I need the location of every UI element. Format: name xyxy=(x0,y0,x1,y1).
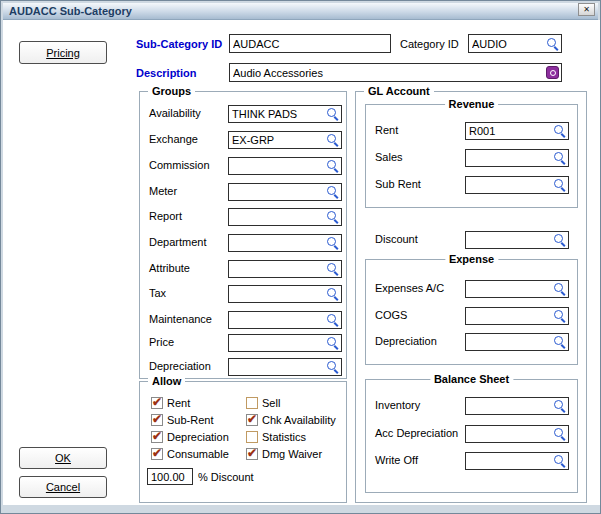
attribute-field xyxy=(228,260,342,278)
description-action-icon[interactable] xyxy=(546,66,559,79)
cogs-label: COGS xyxy=(375,309,407,322)
availability-field xyxy=(228,105,342,123)
report-label: Report xyxy=(149,210,182,223)
availability-label: Availability xyxy=(149,107,201,120)
category-id-field xyxy=(468,34,562,53)
balance-sheet-legend: Balance Sheet xyxy=(430,373,513,385)
search-icon[interactable] xyxy=(554,152,566,164)
gl-sales-field xyxy=(465,149,569,167)
search-icon[interactable] xyxy=(327,337,339,349)
price-field xyxy=(228,334,342,352)
attribute-input[interactable] xyxy=(228,260,342,278)
sub-rent-checkbox[interactable] xyxy=(151,414,163,426)
search-icon[interactable] xyxy=(327,160,339,172)
meter-field xyxy=(228,183,342,201)
search-icon[interactable] xyxy=(327,186,339,198)
tax-label: Tax xyxy=(149,287,166,300)
cancel-button[interactable]: Cancel xyxy=(19,476,107,498)
exchange-input[interactable] xyxy=(228,131,342,149)
search-icon[interactable] xyxy=(327,134,339,146)
write-off-field xyxy=(465,452,569,470)
tax-input[interactable] xyxy=(228,285,342,303)
meter-input[interactable] xyxy=(228,183,342,201)
consumable-checkbox[interactable] xyxy=(151,448,163,460)
depreciation-group-field xyxy=(228,358,342,376)
depreciation-group-label: Depreciation xyxy=(149,360,211,373)
search-icon[interactable] xyxy=(327,361,339,373)
price-input[interactable] xyxy=(228,334,342,352)
availability-input[interactable] xyxy=(228,105,342,123)
discount-percent-label: % Discount xyxy=(198,471,254,484)
gl-sub-rent-label: Sub Rent xyxy=(375,178,421,191)
expenses-ac-field xyxy=(465,280,569,298)
expense-legend: Expense xyxy=(445,253,498,265)
gl-sales-label: Sales xyxy=(375,151,403,164)
search-icon[interactable] xyxy=(554,234,566,246)
ok-button[interactable]: OK xyxy=(19,447,107,469)
sub-category-id-field xyxy=(229,34,391,53)
gl-depreciation-label: Depreciation xyxy=(375,335,437,348)
search-icon[interactable] xyxy=(327,108,339,120)
sell-checkbox-label: Sell xyxy=(262,397,280,410)
search-icon[interactable] xyxy=(554,283,566,295)
exchange-field xyxy=(228,131,342,149)
commission-field xyxy=(228,157,342,175)
tax-field xyxy=(228,285,342,303)
search-icon[interactable] xyxy=(327,314,339,326)
gl-rent-label: Rent xyxy=(375,124,398,137)
depreciation-checkbox-label: Depreciation xyxy=(167,431,229,444)
maintenance-input[interactable] xyxy=(228,311,342,329)
dialog-window: AUDACC Sub-Category ✕ Pricing OK Cancel … xyxy=(0,0,601,514)
discount-percent-field xyxy=(147,468,193,485)
sell-checkbox[interactable] xyxy=(246,397,258,409)
commission-label: Commission xyxy=(149,159,210,172)
search-icon[interactable] xyxy=(554,179,566,191)
statistics-checkbox[interactable] xyxy=(246,431,258,443)
search-icon[interactable] xyxy=(554,455,566,467)
search-icon[interactable] xyxy=(547,38,559,50)
expenses-ac-label: Expenses A/C xyxy=(375,282,444,295)
dmg-waiver-checkbox[interactable] xyxy=(246,448,258,460)
search-icon[interactable] xyxy=(554,125,566,137)
chk-availability-checkbox[interactable] xyxy=(246,414,258,426)
search-icon[interactable] xyxy=(554,336,566,348)
price-label: Price xyxy=(149,336,174,349)
depreciation-checkbox[interactable] xyxy=(151,431,163,443)
department-input[interactable] xyxy=(228,234,342,252)
search-icon[interactable] xyxy=(554,428,566,440)
search-icon[interactable] xyxy=(554,310,566,322)
search-icon[interactable] xyxy=(327,263,339,275)
pricing-button[interactable]: Pricing xyxy=(19,41,107,64)
description-input[interactable] xyxy=(229,63,562,82)
description-field xyxy=(229,63,562,82)
report-field xyxy=(228,208,342,226)
rent-checkbox[interactable] xyxy=(151,397,163,409)
inventory-field xyxy=(465,397,569,415)
search-icon[interactable] xyxy=(327,288,339,300)
sub-category-id-label: Sub-Category ID xyxy=(136,38,222,51)
titlebar[interactable]: AUDACC Sub-Category xyxy=(3,3,598,20)
consumable-checkbox-label: Consumable xyxy=(167,448,229,461)
allow-legend: Allow xyxy=(148,375,185,387)
chk-availability-checkbox-label: Chk Availability xyxy=(262,414,336,427)
sub-rent-checkbox-label: Sub-Rent xyxy=(167,414,213,427)
search-icon[interactable] xyxy=(327,237,339,249)
acc-depreciation-field xyxy=(465,425,569,443)
department-field xyxy=(228,234,342,252)
attribute-label: Attribute xyxy=(149,262,190,275)
depreciation-group-input[interactable] xyxy=(228,358,342,376)
search-icon[interactable] xyxy=(554,400,566,412)
discount-percent-input[interactable] xyxy=(147,468,193,485)
gl-discount-label: Discount xyxy=(375,233,418,246)
sub-category-id-input[interactable] xyxy=(229,34,391,53)
maintenance-field xyxy=(228,311,342,329)
close-button[interactable]: ✕ xyxy=(578,3,595,16)
gl-sub-rent-field xyxy=(465,176,569,194)
revenue-legend: Revenue xyxy=(445,98,499,110)
meter-label: Meter xyxy=(149,185,177,198)
gl-depreciation-field xyxy=(465,333,569,351)
search-icon[interactable] xyxy=(327,211,339,223)
report-input[interactable] xyxy=(228,208,342,226)
gl-discount-field xyxy=(465,231,569,249)
commission-input[interactable] xyxy=(228,157,342,175)
